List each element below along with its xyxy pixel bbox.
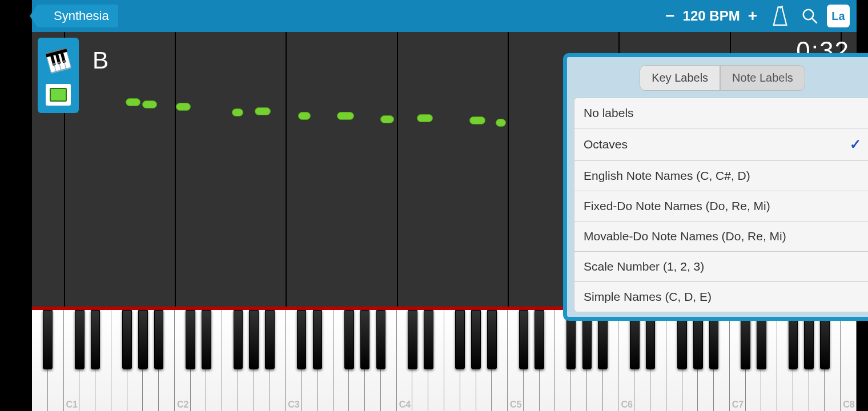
tab-note-labels[interactable]: Note Labels	[720, 65, 805, 91]
falling-note	[142, 100, 157, 108]
falling-note	[380, 115, 394, 123]
label-option[interactable]: Scale Number (1, 2, 3)	[574, 252, 868, 282]
falling-note	[232, 108, 243, 116]
label-option-text: Scale Number (1, 2, 3)	[584, 260, 704, 273]
falling-note	[126, 98, 140, 106]
octave-label: C3	[288, 400, 299, 410]
piano-keyboard[interactable]: C1C2C3C4C5C6C7C8	[32, 307, 857, 411]
popup-tabs: Key Labels Note Labels	[574, 65, 868, 91]
falling-note	[469, 116, 485, 124]
octave-label: C1	[66, 400, 78, 410]
octave-label: C4	[399, 400, 411, 410]
track-color-swatch[interactable]	[46, 84, 71, 106]
black-key[interactable]	[455, 310, 465, 369]
octave-label: C6	[621, 400, 632, 410]
label-option-text: Simple Names (C, D, E)	[584, 290, 712, 304]
bpm-minus-button[interactable]: −	[662, 7, 678, 25]
falling-note	[255, 107, 271, 115]
black-key[interactable]	[535, 310, 544, 369]
label-option-text: Movable-Do Note Names (Do, Re, Mi)	[584, 229, 786, 243]
app-title: Synthesia	[54, 9, 109, 23]
labels-button[interactable]: La	[827, 5, 850, 27]
black-key[interactable]	[344, 310, 354, 369]
black-key[interactable]	[43, 310, 53, 369]
octave-label: C8	[843, 400, 854, 410]
black-key[interactable]	[297, 310, 307, 369]
topbar: Synthesia − 120 BPM + La	[32, 0, 857, 32]
bpm-value: 120 BPM	[683, 8, 740, 24]
octave-gridline	[397, 32, 398, 307]
falling-note	[298, 112, 311, 120]
black-key[interactable]	[471, 310, 481, 369]
black-key[interactable]	[408, 310, 417, 369]
falling-note	[496, 119, 506, 127]
label-option-text: English Note Names (C, C#, D)	[584, 169, 750, 183]
bpm-plus-button[interactable]: +	[745, 7, 761, 25]
track-label: B	[93, 47, 108, 74]
check-icon: ✓	[850, 136, 861, 152]
search-icon[interactable]	[799, 6, 820, 26]
label-option[interactable]: English Note Names (C, C#, D)	[574, 161, 868, 191]
black-key[interactable]	[424, 310, 433, 369]
labels-button-text: La	[831, 10, 845, 23]
black-key[interactable]	[234, 310, 243, 369]
black-key[interactable]	[154, 310, 164, 369]
octave-label: C2	[177, 400, 188, 410]
instrument-panel[interactable]: 🎹	[38, 38, 79, 113]
white-key[interactable]	[841, 310, 857, 411]
falling-note	[176, 103, 191, 111]
label-option[interactable]: Movable-Do Note Names (Do, Re, Mi)	[574, 221, 868, 252]
black-key[interactable]	[313, 310, 323, 369]
black-key[interactable]	[249, 310, 259, 369]
app-frame: Synthesia − 120 BPM + La 🎹 B 0:32 C1C2C3…	[32, 0, 857, 411]
metronome-icon[interactable]	[772, 6, 788, 26]
black-key[interactable]	[202, 310, 211, 369]
octave-label: C5	[510, 400, 521, 410]
tab-key-labels[interactable]: Key Labels	[640, 65, 720, 91]
label-option-text: No labels	[584, 106, 634, 120]
octave-label: C7	[732, 400, 744, 410]
label-option[interactable]: Simple Names (C, D, E)	[574, 282, 868, 312]
black-key[interactable]	[75, 310, 85, 369]
black-key[interactable]	[186, 310, 195, 369]
octave-gridline	[286, 32, 287, 307]
label-option[interactable]: No labels	[574, 98, 868, 128]
label-option-text: Octaves	[584, 138, 628, 151]
labels-popup: Key Labels Note Labels No labelsOctaves✓…	[563, 53, 868, 321]
label-options-list: No labelsOctaves✓English Note Names (C, …	[574, 98, 868, 312]
black-key[interactable]	[91, 310, 101, 369]
octave-gridline	[175, 32, 176, 307]
black-key[interactable]	[265, 310, 275, 369]
bpm-control: − 120 BPM +	[662, 7, 761, 25]
svg-point-1	[803, 10, 814, 20]
black-key[interactable]	[487, 310, 497, 369]
label-option-text: Fixed-Do Note Names (Do, Re, Mi)	[584, 199, 770, 213]
svg-line-2	[812, 18, 817, 23]
black-key[interactable]	[519, 310, 529, 369]
falling-note	[417, 114, 433, 122]
label-option[interactable]: Fixed-Do Note Names (Do, Re, Mi)	[574, 191, 868, 221]
black-key[interactable]	[376, 310, 386, 369]
label-option[interactable]: Octaves✓	[574, 128, 868, 161]
piano-icon: 🎹	[39, 42, 77, 79]
black-key[interactable]	[138, 310, 148, 369]
black-key[interactable]	[360, 310, 370, 369]
falling-note	[337, 112, 354, 120]
black-key[interactable]	[122, 310, 132, 369]
back-button[interactable]: Synthesia	[38, 5, 118, 27]
octave-gridline	[508, 32, 509, 307]
